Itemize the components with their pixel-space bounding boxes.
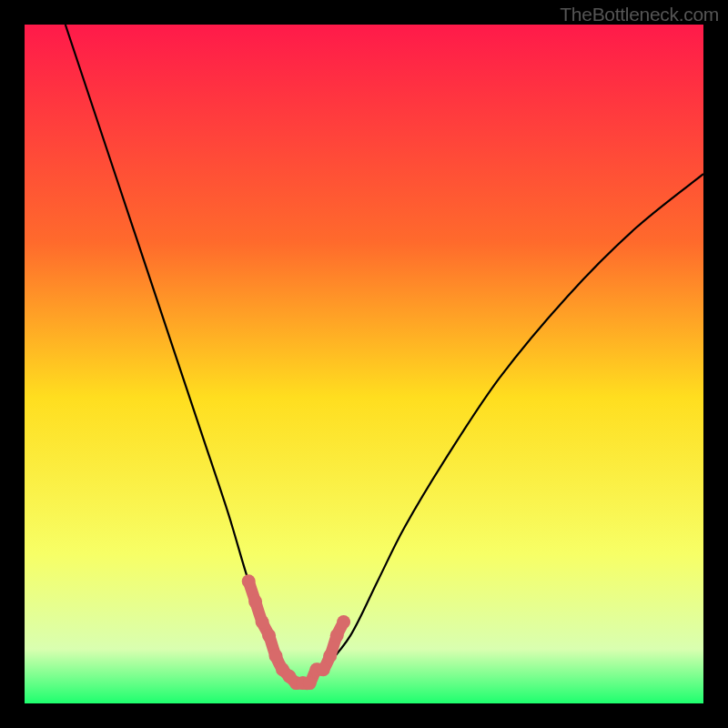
svg-point-3 bbox=[256, 615, 269, 629]
svg-point-12 bbox=[317, 662, 330, 676]
svg-point-4 bbox=[262, 629, 276, 642]
bottleneck-curve bbox=[25, 25, 703, 703]
svg-point-5 bbox=[269, 649, 283, 662]
svg-point-14 bbox=[330, 629, 344, 642]
plot-area bbox=[25, 25, 703, 703]
chart-frame: TheBottleneck.com bbox=[0, 0, 728, 728]
svg-point-10 bbox=[303, 676, 317, 690]
svg-point-13 bbox=[323, 649, 337, 662]
svg-point-1 bbox=[242, 574, 256, 588]
svg-point-15 bbox=[337, 615, 350, 629]
svg-point-2 bbox=[248, 595, 262, 609]
watermark-text: TheBottleneck.com bbox=[560, 4, 719, 25]
